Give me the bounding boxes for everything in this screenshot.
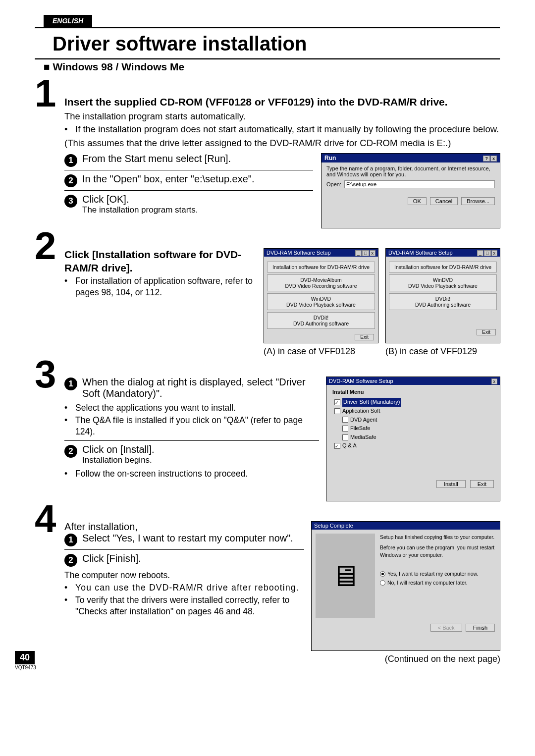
run-dialog-description: Type the name of a program, folder, docu… bbox=[326, 165, 495, 177]
step-1-bullet-1: •If the installation program does not st… bbox=[64, 123, 500, 135]
setup-b-install-drive[interactable]: Installation software for DVD-RAM/R driv… bbox=[389, 262, 497, 272]
doc-code: VQT9473 bbox=[15, 665, 36, 670]
step-3-bullet-1: •Select the applications you want to ins… bbox=[64, 402, 319, 414]
step-4-sub-2: 2 Click [Finish]. bbox=[64, 553, 304, 567]
setup-a-item-2[interactable]: WinDVDDVD Video Playback software bbox=[267, 293, 375, 310]
run-browse-button[interactable]: Browse... bbox=[461, 197, 495, 205]
computer-icon: 🖥 bbox=[316, 534, 375, 618]
setup-b-exit-button[interactable]: Exit bbox=[477, 329, 496, 335]
step-4-sub-1: 1 Select "Yes, I want to restart my comp… bbox=[64, 533, 304, 546]
step-1-sub-1: 1 From the Start menu select [Run]. bbox=[64, 153, 313, 167]
run-dialog-title: Run bbox=[324, 155, 336, 162]
setup-b-item-1[interactable]: WinDVDDVD Video Playback software bbox=[389, 274, 497, 291]
step-4-bullet-1: •You can use the DVD-RAM/R drive after r… bbox=[64, 582, 304, 594]
install-menu-item-driver[interactable]: Driver Soft (Mandatory) bbox=[334, 398, 494, 407]
setup-complete-msg-2: Before you can use the program, you must… bbox=[380, 544, 496, 558]
step-4-bullet-2: •To verify that the drivers were install… bbox=[64, 594, 304, 617]
install-menu-item-app[interactable]: Application Soft bbox=[334, 407, 494, 416]
exit-button[interactable]: Exit bbox=[470, 480, 494, 488]
step-1-number: 1 bbox=[35, 78, 64, 228]
install-button[interactable]: Install bbox=[436, 480, 466, 488]
circle-3-icon: 3 bbox=[64, 195, 77, 208]
run-cancel-button[interactable]: Cancel bbox=[430, 197, 458, 205]
setup-complete-screenshot: Setup Complete 🖥 Setup has finished copy… bbox=[311, 521, 500, 651]
step-1-sub-3: 3 Click [OK]. The installation program s… bbox=[64, 194, 313, 215]
continued-text: (Continued on the next page) bbox=[311, 654, 500, 664]
circle-2-icon: 2 bbox=[64, 174, 77, 187]
install-menu-item-dvdagent[interactable]: DVD Agent bbox=[342, 416, 494, 425]
close-icon[interactable]: x bbox=[490, 156, 497, 162]
install-menu-item-filesafe[interactable]: FileSafe bbox=[342, 424, 494, 433]
help-icon[interactable]: ? bbox=[483, 156, 490, 162]
step-3-sub-2: 2 Click on [Install]. Installation begin… bbox=[64, 444, 319, 465]
circle-1-icon: 1 bbox=[64, 378, 77, 390]
close-icon[interactable]: x bbox=[491, 378, 498, 384]
step-3-number: 3 bbox=[35, 359, 64, 501]
step-1-text-2: (This assumes that the drive letter assi… bbox=[64, 137, 500, 149]
step-2-heading: Click [Installation software for DVD-RAM… bbox=[64, 248, 257, 274]
setup-a-item-3[interactable]: DVDit!DVD Authoring software bbox=[267, 312, 375, 329]
setup-b-item-2[interactable]: DVDit!DVD Authoring software bbox=[389, 293, 497, 310]
restart-later-radio[interactable]: No, I will restart my computer later. bbox=[380, 579, 496, 587]
page-number: 40 bbox=[15, 651, 35, 664]
setup-a-item-1[interactable]: DVD-MovieAlbumDVD Video Recording softwa… bbox=[267, 274, 375, 291]
run-open-label: Open: bbox=[326, 181, 341, 187]
top-rule-1 bbox=[35, 27, 500, 29]
circle-1-icon: 1 bbox=[64, 154, 77, 167]
setup-a-exit-button[interactable]: Exit bbox=[355, 334, 374, 340]
restart-now-radio[interactable]: Yes, I want to restart my computer now. bbox=[380, 570, 496, 578]
circle-2-icon: 2 bbox=[64, 445, 77, 458]
step-2-number: 2 bbox=[35, 230, 64, 357]
os-subtitle: Windows 98 / Windows Me bbox=[44, 61, 500, 73]
install-menu-item-mediasafe[interactable]: MediaSafe bbox=[342, 433, 494, 442]
step-4-line-2: The computer now reboots. bbox=[64, 570, 304, 581]
install-menu-screenshot: DVD-RAM Software Setupx Install Menu Dri… bbox=[326, 377, 500, 501]
circle-1-icon: 1 bbox=[64, 534, 77, 546]
setup-a-screenshot: DVD-RAM Software Setup_□x Installation s… bbox=[264, 248, 378, 343]
language-tab: ENGLISH bbox=[44, 15, 92, 27]
setup-b-screenshot: DVD-RAM Software Setup_□x Installation s… bbox=[385, 248, 500, 343]
step-1-heading: Insert the supplied CD-ROM (VFF0128 or V… bbox=[64, 96, 500, 108]
step-1-text-1: The installation program starts automati… bbox=[64, 110, 500, 122]
page-title: Driver software installation bbox=[53, 33, 500, 55]
caption-a: (A) in case of VFF0128 bbox=[264, 346, 378, 357]
setup-a-install-drive[interactable]: Installation software for DVD-RAM/R driv… bbox=[267, 262, 375, 272]
step-4-line-1: After installation, bbox=[64, 521, 304, 533]
step-1-sub-2: 2 In the "Open" box, enter "e:\setup.exe… bbox=[64, 173, 313, 187]
top-rule-2 bbox=[35, 58, 500, 60]
run-open-input[interactable] bbox=[344, 180, 495, 188]
step-2: 2 Click [Installation software for DVD-R… bbox=[35, 230, 500, 357]
step-3: 3 1 When the dialog at right is displaye… bbox=[35, 359, 500, 501]
step-3-bullet-2: •The Q&A file is installed if you click … bbox=[64, 415, 319, 437]
step-3-bullet-3: •Follow the on-screen instructions to pr… bbox=[64, 468, 319, 480]
step-3-sub-1: 1 When the dialog at right is displayed,… bbox=[64, 377, 319, 399]
back-button[interactable]: < Back bbox=[430, 624, 462, 632]
install-menu-item-qa[interactable]: Q & A bbox=[334, 441, 494, 450]
setup-complete-msg-1: Setup has finished copying files to your… bbox=[380, 534, 496, 541]
step-4-number: 4 bbox=[35, 503, 64, 664]
run-dialog-screenshot: Run ?x Type the name of a program, folde… bbox=[321, 153, 500, 228]
install-menu-header: Install Menu bbox=[332, 389, 494, 395]
circle-2-icon: 2 bbox=[64, 554, 77, 567]
step-2-bullet-1: •For installation of application softwar… bbox=[64, 275, 257, 298]
run-ok-button[interactable]: OK bbox=[408, 197, 427, 205]
caption-b: (B) in case of VFF0129 bbox=[385, 346, 500, 357]
step-1: 1 Insert the supplied CD-ROM (VFF0128 or… bbox=[35, 78, 500, 228]
finish-button[interactable]: Finish bbox=[466, 624, 495, 632]
step-4: 4 After installation, 1 Select "Yes, I w… bbox=[35, 503, 500, 664]
